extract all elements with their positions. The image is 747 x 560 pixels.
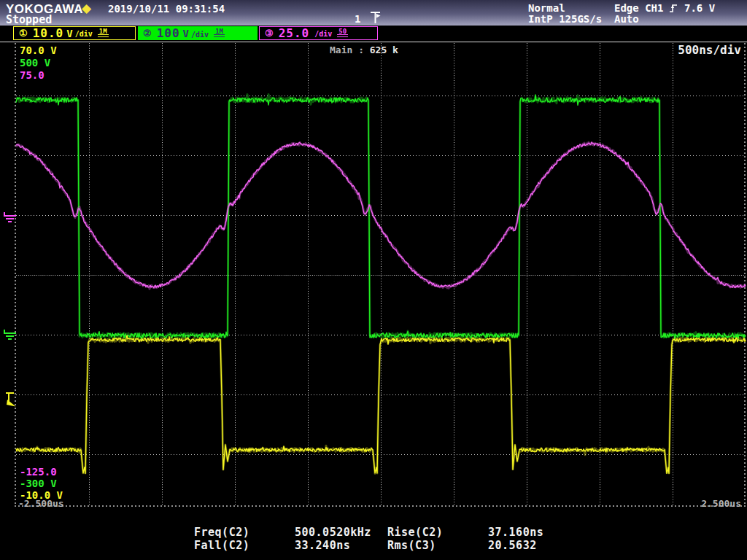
channel3-scale: 25.0 <box>279 26 310 40</box>
channel1-div-label: /div <box>75 30 93 39</box>
brand-diamond-icon: ◆ <box>82 1 91 15</box>
channel-settings-bar: ① 10.0 V /div 1M ② 100 V /div 1M ③ 25.0 … <box>0 26 747 42</box>
ch3-bottom-scale-label: -125.0 <box>20 467 57 478</box>
oscilloscope-screen: YOKOGAWA ◆ 2019/10/11 09:31:54 Stopped 1… <box>0 0 747 560</box>
sample-rate-label: IntP 125GS/s <box>528 14 602 25</box>
rising-edge-icon <box>668 3 678 17</box>
acquisition-status-label: Stopped <box>6 14 52 26</box>
datetime-label: 2019/10/11 09:31:54 <box>108 4 225 15</box>
measurement-label: Fall(C2) <box>194 540 249 552</box>
channel3-number: ③ <box>265 28 274 39</box>
plot-right-border <box>744 43 746 506</box>
channel1-scale: 10.0 <box>33 26 64 40</box>
record-length-label: Main : 625 k <box>330 45 398 55</box>
channel1-unit: V <box>66 28 72 39</box>
measurement-value: 20.5632 <box>488 540 537 552</box>
trigger-level-label: 7.6 V <box>684 3 715 14</box>
waveform-display-area <box>0 42 747 507</box>
measurement-value: 500.0520kHz <box>295 526 371 539</box>
time-left-label: -2.500us <box>18 499 64 509</box>
channel2-scale: 100 <box>157 26 180 40</box>
channel3-coupling-icon: 50 <box>337 28 348 38</box>
ch1-top-scale-label: 70.0 V <box>20 45 57 56</box>
channel3-div-label: /div <box>314 30 332 39</box>
ch2-bottom-scale-label: -300 V <box>20 478 57 489</box>
channel2-number: ② <box>143 28 152 39</box>
measurement-value: 33.240ns <box>295 540 350 552</box>
measurement-label: Rms(C3) <box>387 540 436 552</box>
channel1-coupling-icon: 1M <box>98 28 109 38</box>
measurement-value: 37.160ns <box>488 526 543 539</box>
trigger-sweep-label: Auto <box>614 14 639 25</box>
measurement-label: Rise(C2) <box>387 526 443 539</box>
ch3-top-scale-label: 75.0 <box>20 70 44 81</box>
timebase-label: 500ns/div <box>657 44 741 57</box>
ch2-top-scale-label: 500 V <box>20 58 50 69</box>
time-right-label: 2.500us <box>684 499 741 509</box>
channel1-number: ① <box>19 28 28 39</box>
channel3-settings-box: ③ 25.0 /div 50 <box>259 26 378 40</box>
channel1-settings-box: ① 10.0 V /div 1M <box>13 26 136 40</box>
channel2-div-label: /div <box>191 31 209 40</box>
channel2-settings-box: ② 100 V /div 1M <box>138 26 258 40</box>
channel2-unit: V <box>183 28 189 39</box>
header-bar: YOKOGAWA ◆ 2019/10/11 09:31:54 Stopped 1… <box>0 0 747 26</box>
acquisition-count: 1 <box>355 14 360 25</box>
measurement-label: Freq(C2) <box>194 526 249 539</box>
channel2-coupling-icon: 1M <box>214 28 225 38</box>
plot-bottom-border <box>15 505 746 507</box>
plot-left-border <box>15 43 16 506</box>
